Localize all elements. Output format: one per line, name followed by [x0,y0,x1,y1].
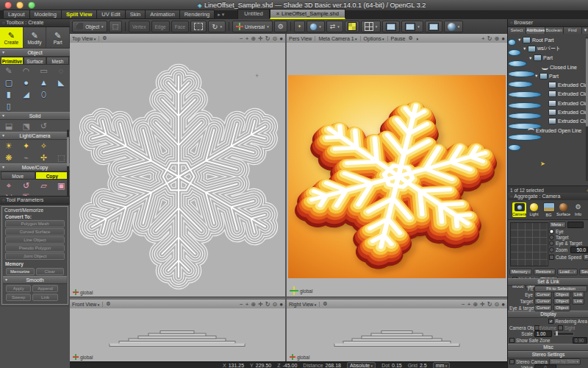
edge-mode-button[interactable]: Edge [151,21,170,32]
convert-button[interactable]: Line Object [5,236,65,244]
close-tab-icon[interactable]: × [276,10,279,17]
object-type-tab[interactable]: Surface [24,57,46,65]
front-view-label[interactable]: Front View [72,302,103,307]
options-dropdown[interactable]: Options [364,36,388,41]
mirror-mode-button[interactable] [326,21,343,32]
marquee-select-button[interactable] [190,21,207,32]
eye-radio[interactable] [549,229,554,234]
memory-button[interactable]: Clear [36,268,65,275]
tool-parameters-header[interactable]: Tool Parameters [0,197,70,205]
object-type-tab[interactable]: Mesh [46,57,69,65]
wedge-primitive-icon[interactable]: ◣ [52,77,70,88]
grid-toggle-button[interactable] [361,21,381,32]
orbit-icon[interactable]: ↻ [265,35,270,43]
zoom-out-icon[interactable]: − [240,300,243,308]
wireframe-display-button[interactable] [382,21,400,32]
browser-header[interactable]: Browser [508,19,588,27]
minimize-window-button[interactable] [16,1,24,9]
aggregate-tab[interactable]: Info [571,202,585,217]
safe-zone-field[interactable]: 0.90 [573,337,587,344]
solid-section-header[interactable]: Solid [0,112,70,120]
tree-item[interactable]: Extruded Closed [516,99,587,107]
convert-button[interactable]: Polygon Mesh [5,220,65,227]
toolbox-header[interactable]: Toolbox : Create [0,19,70,27]
spot-light-icon[interactable]: ✦ [18,141,35,151]
light-camera-section-header[interactable]: Light/Camera [0,132,70,140]
camera-trackpad[interactable] [510,222,548,266]
tool-settings-button[interactable] [274,21,287,32]
view-menu-icon[interactable]: ● [501,300,505,308]
eyetarget-object-button[interactable]: Object [553,305,570,311]
zoom-in-icon[interactable]: + [481,35,485,43]
tree-item[interactable]: Extruded Open Line [516,126,587,135]
object-type-tab[interactable]: Primitive [1,57,24,65]
workspace-tab[interactable]: Skin [125,10,146,19]
tree-item[interactable]: Extruded Closed [516,80,587,89]
rect-line-tool-icon[interactable]: ▭ [35,66,53,76]
meta-dropdown[interactable]: Meta [549,222,566,228]
misc-header[interactable]: Misc [508,344,588,351]
toolbox-scrollbar[interactable] [67,130,69,196]
tree-item[interactable]: ▼ ws/パート [516,44,587,53]
convert-button[interactable]: Joint Object [5,252,65,260]
pers-view-label[interactable]: Pers View [289,36,315,41]
smooth-section-header[interactable]: Smooth [3,276,67,284]
coord-mode-dropdown[interactable]: Absolute [347,362,376,368]
sweep-icon[interactable]: ↺ [35,121,53,131]
aggregate-tab[interactable]: Camera [512,202,526,217]
zoom-window-button[interactable] [28,1,35,9]
render-settings-icon[interactable]: ⚙ [408,35,412,41]
close-window-button[interactable] [4,1,12,9]
view-menu-icon[interactable]: ● [501,35,505,43]
workspace-tab[interactable]: Layout [3,10,29,19]
orbit-icon[interactable]: ↻ [487,300,492,308]
expand-arrow-icon[interactable]: ▼ [517,38,521,42]
document-tab[interactable]: Untitled [237,9,269,19]
top-view-canvas[interactable]: + global [70,43,285,297]
comment-icon[interactable]: ◗ [416,36,419,41]
target-cursor-button[interactable]: Cursor [534,298,552,305]
tree-item[interactable]: ▼ Part [516,54,587,63]
zoom-in-icon[interactable]: + [245,35,249,43]
workspace-tab[interactable]: Animation [145,10,179,19]
light-array-icon[interactable]: ⌁ [18,152,35,163]
top-view-label[interactable]: Top View [72,36,99,41]
camera-memory-button[interactable]: Memory [509,269,532,275]
box-primitive-icon[interactable]: ▢ [0,77,18,88]
magnify-icon[interactable]: ⊕ [251,300,256,308]
front-view-canvas[interactable]: global [70,308,285,361]
view-menu-icon[interactable]: ● [279,35,283,43]
camera-memory-button[interactable]: Restore [534,269,556,275]
aggregate-tab[interactable]: Surface [556,202,570,217]
rendering-area-checkbox[interactable] [548,319,553,324]
smooth-button[interactable]: Link [32,294,57,301]
point-light-icon[interactable]: ☀ [0,141,18,151]
zoom-in-icon[interactable]: + [467,300,471,308]
cube-speed-dropdown[interactable]: Fa [583,254,588,261]
curve-tool-icon[interactable]: ◠ [18,66,35,76]
vertex-mode-button[interactable]: Vertex [129,21,149,32]
orbit-icon[interactable]: ↻ [265,300,270,308]
pan-icon[interactable]: ✛ [258,35,263,43]
zoom-value-field[interactable]: 50.0 [570,247,588,253]
memory-button[interactable]: Memorize [6,268,35,275]
aggregate-tab[interactable]: Light [527,202,541,217]
expand-arrow-icon[interactable]: ▼ [534,74,538,78]
view-menu-icon[interactable]: ● [279,300,283,308]
fit-icon[interactable]: ⊙ [272,35,277,43]
stereo-value-field[interactable]: 0 [534,364,556,368]
visibility-dot[interactable] [508,144,521,151]
cone-primitive-icon[interactable]: ▲ [35,77,53,88]
universal-manipulator-button[interactable]: Universal [232,21,273,32]
safe-zone-checkbox[interactable] [509,338,514,343]
workspace-tab[interactable]: Modeling [29,10,61,19]
workspace-tab[interactable]: Split View [61,10,96,19]
camera-tool-button[interactable] [109,21,123,32]
rotate-select-button[interactable] [208,21,226,32]
tree-item[interactable]: ▼ Part [516,71,587,80]
extrude-icon[interactable]: ⬔ [18,121,35,131]
right-view-label[interactable]: Right View [289,302,320,307]
rotate-copy-icon[interactable]: ↺ [18,180,35,191]
expand-arrow-icon[interactable]: ▼ [528,56,532,60]
stereo-settings-header[interactable]: Stereo Settings [508,351,588,358]
